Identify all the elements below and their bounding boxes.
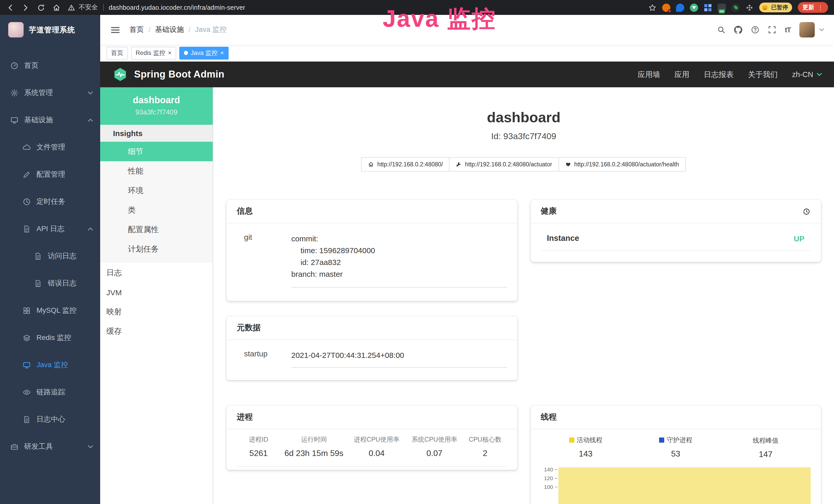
sba-insights-group: 细节 性能 环境 类 配置属性 计划任务 xyxy=(100,142,213,263)
sidebar-item-log-center[interactable]: 日志中心 xyxy=(0,406,100,433)
sba-menu-config-props[interactable]: 配置属性 xyxy=(100,220,213,239)
sba-nav-journal[interactable]: 日志报表 xyxy=(704,70,733,79)
breadcrumb-current: Java 监控 xyxy=(195,25,227,35)
close-icon[interactable]: × xyxy=(168,50,172,56)
bookmark-star-icon[interactable] xyxy=(648,3,657,12)
browser-home-icon[interactable] xyxy=(52,3,61,12)
instance-actuator-link[interactable]: http://192.168.0.2:48080/actuator xyxy=(449,157,559,171)
font-size-icon[interactable]: tT xyxy=(785,26,791,34)
sba-locale-select[interactable]: zh-CN xyxy=(792,70,822,78)
sba-brand[interactable]: Spring Boot Admin xyxy=(112,67,224,82)
access-log-icon xyxy=(34,252,42,260)
threads-card: 线程 活动线程 143 守护进程 53 xyxy=(530,406,821,504)
sba-menu-metrics[interactable]: 性能 xyxy=(100,161,213,181)
sba-menu-scheduled-tasks[interactable]: 计划任务 xyxy=(100,239,213,259)
reload-icon[interactable] xyxy=(37,3,45,12)
stat-pid: 进程ID 5261 xyxy=(237,435,280,458)
sba-menu-details[interactable]: 细节 xyxy=(100,142,213,161)
chevron-up-icon xyxy=(88,226,93,231)
sba-instance-header[interactable]: dashboard 93a3fc7f7409 xyxy=(100,87,213,125)
sidebar-item-config-management[interactable]: 配置管理 xyxy=(0,161,100,188)
chart-plot-area xyxy=(558,465,811,504)
sba-menu-mappings[interactable]: 映射 xyxy=(100,302,213,321)
sba-menu-jvm[interactable]: JVM xyxy=(100,282,213,302)
sba-nav: 应用墙 应用 日志报表 关于我们 zh-CN xyxy=(638,70,822,79)
infrastructure-icon xyxy=(10,116,19,124)
threads-chart: 140 120 100 xyxy=(541,465,811,504)
sidebar-item-infrastructure[interactable]: 基础设施 xyxy=(0,106,100,134)
breadcrumb-home[interactable]: 首页 xyxy=(129,25,144,35)
tools-icon xyxy=(10,442,19,451)
topbar-actions: tT xyxy=(717,22,824,38)
not-secure-label: 不安全 xyxy=(79,3,98,12)
app-logo[interactable]: 芋道管理系统 xyxy=(0,15,100,45)
instance-name: dashboard xyxy=(105,95,207,106)
avatar-caret-icon[interactable] xyxy=(819,28,824,31)
sba-menu-logs[interactable]: 日志 xyxy=(100,263,213,282)
sba-menu-classes[interactable]: 类 xyxy=(100,200,213,220)
not-secure-warning-icon xyxy=(68,4,75,11)
info-value: commit: time: 1596289704000 id: 27aa832 … xyxy=(291,233,507,288)
extension-drop-icon[interactable] xyxy=(676,3,684,12)
search-icon[interactable] xyxy=(717,26,725,34)
sba-menu-environment[interactable]: 环境 xyxy=(100,181,213,200)
sidebar-menu: 首页 系统管理 基础设施 文件管理 配置管理 xyxy=(0,45,100,460)
history-icon[interactable] xyxy=(803,207,811,215)
user-avatar[interactable] xyxy=(799,22,815,38)
sba-nav-about[interactable]: 关于我们 xyxy=(748,70,778,79)
sidebar-item-java-monitor[interactable]: Java 监控 xyxy=(0,351,100,379)
metadata-key: startup xyxy=(237,349,291,368)
sidebar-item-system-management[interactable]: 系统管理 xyxy=(0,79,100,106)
forward-icon[interactable] xyxy=(22,3,30,12)
browser-toolbar-right: on 已暂停 更新 ⋮ xyxy=(648,2,828,13)
tab-java-monitor[interactable]: Java 监控 × xyxy=(179,46,228,59)
fullscreen-icon[interactable] xyxy=(768,26,776,34)
log-center-icon xyxy=(23,415,31,423)
chevron-up-icon xyxy=(88,117,93,122)
extension-orange-icon[interactable] xyxy=(662,3,671,12)
extension-leaf-icon[interactable] xyxy=(731,3,740,12)
sba-logo-icon xyxy=(112,67,128,82)
file-cloud-icon xyxy=(23,143,31,151)
info-key: git xyxy=(237,233,291,288)
sidebar-item-trace[interactable]: 链路追踪 xyxy=(0,379,100,406)
sidebar-item-file-management[interactable]: 文件管理 xyxy=(0,134,100,161)
process-stats-row: 进程ID 5261 运行时间 6d 23h 15m 59s 进程CPU使用率 xyxy=(237,429,507,467)
sba-nav-applications[interactable]: 应用 xyxy=(675,70,689,79)
chrome-update-button[interactable]: 更新 ⋮ xyxy=(798,2,828,13)
address-bar[interactable]: 不安全 dashboard.yudao.iocoder.cn/infra/adm… xyxy=(68,3,641,12)
help-icon[interactable] xyxy=(751,26,759,34)
instance-base-url-link[interactable]: http://192.168.0.2:48080/ xyxy=(361,157,450,171)
hamburger-icon[interactable] xyxy=(110,25,120,34)
browser-chrome: 不安全 dashboard.yudao.iocoder.cn/infra/adm… xyxy=(0,0,834,15)
sidebar-item-mysql-monitor[interactable]: MySQL 监控 xyxy=(0,297,100,324)
vue-devtools-icon[interactable] xyxy=(690,3,698,12)
extensions-puzzle-icon[interactable] xyxy=(745,3,753,12)
sidebar-item-home[interactable]: 首页 xyxy=(0,52,100,79)
breadcrumb-infrastructure[interactable]: 基础设施 xyxy=(155,25,184,35)
sba-sidebar: dashboard 93a3fc7f7409 Insights 细节 性能 环境… xyxy=(100,87,213,504)
extension-grid-icon[interactable] xyxy=(704,3,712,12)
smiley-avatar-icon xyxy=(761,4,768,11)
sidebar-item-dev-tools[interactable]: 研发工具 xyxy=(0,433,100,460)
sidebar-item-scheduled-tasks[interactable]: 定时任务 xyxy=(0,188,100,215)
close-icon[interactable]: × xyxy=(220,50,224,56)
sba-menu-caches[interactable]: 缓存 xyxy=(100,321,213,341)
instance-health-link[interactable]: http://192.168.0.2:48080/actuator/health xyxy=(558,157,685,171)
extension-switch-icon[interactable]: on xyxy=(718,3,726,12)
github-icon[interactable] xyxy=(734,26,742,34)
tab-redis-monitor[interactable]: Redis 监控 × xyxy=(131,46,176,59)
back-icon[interactable] xyxy=(6,3,14,12)
sidebar-item-error-logs[interactable]: 错误日志 xyxy=(0,270,100,297)
profile-paused-badge[interactable]: 已暂停 xyxy=(759,3,792,12)
tab-home[interactable]: 首页 xyxy=(106,46,128,59)
sba-nav-wallboard[interactable]: 应用墙 xyxy=(638,70,660,79)
sidebar-item-redis-monitor[interactable]: Redis 监控 xyxy=(0,324,100,351)
app-sidebar: 芋道管理系统 首页 系统管理 基础设施 xyxy=(0,15,100,504)
sidebar-item-api-logs[interactable]: API 日志 xyxy=(0,215,100,243)
stat-cpu-cores: CPU核心数 2 xyxy=(463,435,507,458)
health-row[interactable]: Instance UP xyxy=(541,232,811,251)
live-threads-area xyxy=(558,467,811,504)
sba-header: Spring Boot Admin 应用墙 应用 日志报表 关于我们 zh-CN xyxy=(100,62,834,87)
sidebar-item-access-logs[interactable]: 访问日志 xyxy=(0,243,100,270)
